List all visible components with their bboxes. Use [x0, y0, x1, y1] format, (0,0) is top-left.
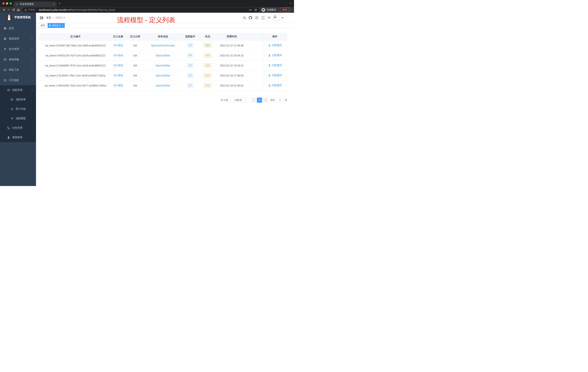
- avatar-caret-icon[interactable]: [282, 17, 284, 18]
- fullscreen-icon[interactable]: [261, 16, 264, 20]
- pagination: 共 5 条 10条/页 ‹ 1 › 前往 页: [39, 98, 287, 103]
- table-row: oa_leave:3:1fad3d93-7b75-11ec-a3c8-acde4…: [39, 60, 287, 70]
- cell-time: 2022-01-16 17:46:53: [215, 70, 249, 80]
- update-label: 更新: [282, 8, 287, 11]
- definition-name-link[interactable]: OA 请假: [114, 64, 123, 67]
- sidebar-item-payment[interactable]: ¥ 支付管理: [0, 44, 36, 54]
- form-link[interactable]: /bpm/oa/flow: [156, 84, 170, 87]
- sidebar-item-infra[interactable]: 基础设施: [0, 54, 36, 65]
- definition-name-link[interactable]: OA 请假: [114, 84, 123, 87]
- page-size-select[interactable]: 10条/页: [231, 98, 248, 103]
- col-header-form: 表单信息: [146, 33, 180, 40]
- sidebar-item-label: 系统管理: [9, 37, 19, 40]
- sidebar-item-label: 流程表单: [16, 98, 26, 101]
- assign-rule-link[interactable]: 分配规则: [268, 64, 282, 67]
- tab-search-chevron-icon[interactable]: [290, 3, 292, 4]
- goto-label: 前往: [270, 98, 275, 102]
- back-button[interactable]: [2, 8, 7, 12]
- url-text[interactable]: dashboard.yudao.iocoder.cn/bpm/manager/d…: [39, 8, 247, 11]
- password-key-icon[interactable]: [249, 8, 252, 11]
- tag-home[interactable]: 首页: [39, 23, 47, 28]
- tag-close-icon[interactable]: ×: [62, 24, 63, 27]
- zoom-window-button[interactable]: [10, 2, 12, 5]
- status-badge: 激活: [204, 43, 212, 48]
- sidebar-item-process-model[interactable]: 流程模型: [0, 114, 36, 123]
- sidebar-item-label: 流程模型: [16, 117, 26, 120]
- home-button[interactable]: [16, 8, 21, 12]
- breadcrumb-separator: /: [53, 16, 54, 19]
- minimize-window-button[interactable]: [6, 2, 8, 5]
- security-label[interactable]: 不安全: [28, 8, 35, 11]
- definition-table: 定义编号 定义名称 定义分类 表单信息 流程版本 状态 部署时间 操作: [39, 33, 287, 91]
- browser-tab[interactable]: 芋道管理系统 ×: [14, 1, 57, 7]
- sidebar-item-leave-query[interactable]: 请假查询: [0, 133, 36, 142]
- forward-button[interactable]: [7, 8, 11, 12]
- github-icon[interactable]: [249, 16, 252, 20]
- cell-time: 2022-01-16 01:40:51: [215, 80, 249, 90]
- search-icon[interactable]: [242, 16, 246, 20]
- tag-process-definition[interactable]: 流程定义 ×: [48, 23, 65, 28]
- update-button[interactable]: 更新: [280, 8, 291, 12]
- version-badge[interactable]: v1: [187, 83, 193, 88]
- browser-menu-icon[interactable]: [289, 9, 289, 11]
- new-tab-button[interactable]: +: [58, 2, 62, 5]
- security-warning-icon[interactable]: [24, 9, 27, 11]
- assign-rule-link[interactable]: 分配规则: [268, 44, 282, 47]
- sidebar-item-task-manage[interactable]: 任务管理: [0, 123, 36, 133]
- browser-toolbar: 不安全 dashboard.yudao.iocoder.cn/bpm/manag…: [0, 7, 294, 13]
- sidebar-item-process-manage[interactable]: 流程管理: [0, 85, 36, 95]
- goto-page-input[interactable]: [276, 98, 284, 103]
- sidebar-item-home[interactable]: 首页: [0, 23, 36, 33]
- version-badge[interactable]: v4: [187, 53, 193, 58]
- hamburger-icon[interactable]: [40, 16, 43, 20]
- version-badge[interactable]: v3: [187, 63, 193, 68]
- tab-close-icon[interactable]: ×: [53, 3, 55, 6]
- sidebar-item-process-form[interactable]: 流程表单: [0, 95, 36, 104]
- col-header-category: 定义分类: [125, 33, 146, 40]
- url-host: dashboard.yudao.iocoder.cn: [39, 8, 71, 11]
- breadcrumb-home[interactable]: 首页: [46, 16, 51, 20]
- tab-strip: 芋道管理系统 × +: [0, 0, 294, 7]
- definition-name-link[interactable]: OA 请假: [114, 74, 123, 77]
- col-header-filler: [249, 33, 263, 40]
- sidebar-item-label: 研发工具: [9, 68, 19, 72]
- sidebar-logo[interactable]: 芋道管理系统: [0, 13, 36, 22]
- assign-rule-link[interactable]: 分配规则: [268, 84, 282, 87]
- fixed-column-divider: [263, 33, 263, 90]
- form-link[interactable]: /bpm/oa/flow: [156, 64, 170, 67]
- version-badge[interactable]: v5: [187, 43, 193, 48]
- sidebar-item-devtools[interactable]: 研发工具: [0, 65, 36, 75]
- bookmark-star-icon[interactable]: [254, 8, 257, 11]
- cell-category: OA: [125, 50, 146, 60]
- form-link[interactable]: /bpm/oa/flow: [156, 74, 170, 77]
- sidebar-item-user-group[interactable]: 用户分组: [0, 104, 36, 114]
- sidebar-item-system[interactable]: 系统管理: [0, 33, 36, 44]
- window-controls[interactable]: [2, 2, 12, 5]
- definition-name-link[interactable]: OA 请假: [114, 44, 123, 47]
- text-size-icon[interactable]: TT: [267, 16, 271, 20]
- current-page-button[interactable]: 1: [257, 98, 262, 103]
- chevron-up-icon: [31, 89, 33, 91]
- reload-button[interactable]: [11, 8, 16, 12]
- cell-category: OA: [125, 70, 146, 80]
- address-bar[interactable]: 不安全 dashboard.yudao.iocoder.cn/bpm/manag…: [22, 8, 260, 12]
- avatar[interactable]: [273, 15, 280, 21]
- next-page-button[interactable]: ›: [263, 98, 268, 103]
- cell-id: oa_leave:3:1fad3d93-7b75-11ec-a3c8-acde4…: [39, 60, 112, 70]
- close-window-button[interactable]: [2, 2, 5, 5]
- org-tree-icon: [7, 127, 10, 129]
- assign-rule-link[interactable]: 分配规则: [268, 74, 282, 77]
- version-badge[interactable]: v2: [187, 73, 193, 78]
- definition-name-link[interactable]: OA 请假: [114, 54, 123, 57]
- form-edit-icon: [10, 98, 13, 101]
- screenshot-annotation: 流程模型 - 定义列表: [117, 16, 175, 25]
- prev-page-button[interactable]: ‹: [251, 98, 256, 103]
- cell-category: OA: [125, 80, 146, 90]
- help-icon[interactable]: ?: [255, 16, 258, 20]
- chevron-down-icon: [31, 69, 33, 70]
- form-link[interactable]: /bpm/oa/leave/create: [151, 44, 175, 47]
- sidebar-item-workflow[interactable]: 工作流程: [0, 75, 36, 85]
- cell-id: oa_leave:1:482ec033-762a-11ec-8477-a2380…: [39, 80, 112, 90]
- assign-rule-link[interactable]: 分配规则: [268, 54, 282, 57]
- form-link[interactable]: /bpm/oa/flow: [156, 54, 170, 57]
